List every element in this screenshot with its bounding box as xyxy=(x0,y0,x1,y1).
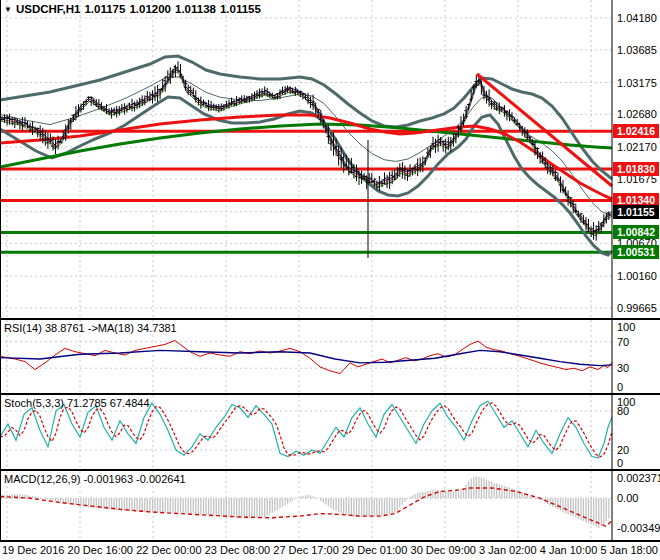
stochastic-label: Stoch(5,3,3) 71.2785 67.4844 xyxy=(4,397,150,409)
time-axis-label: 23 Dec 08:00 xyxy=(205,544,270,556)
rsi-label: RSI(14) 38.8761 ->MA(18) 34.7381 xyxy=(4,322,177,334)
time-axis-label: 5 Jan 18:00 xyxy=(600,544,658,556)
chart-title: ▼USDCHF,H11.011751.012001.011381.01155 xyxy=(4,3,265,15)
time-axis-label: 20 Dec 16:00 xyxy=(68,544,133,556)
bollinger-upper-band xyxy=(0,56,612,179)
ohlc-close: 1.01155 xyxy=(220,3,261,15)
chart-left-border xyxy=(0,0,1,540)
time-axis-label: 4 Jan 10:00 xyxy=(540,544,598,556)
main-chart-panel[interactable] xyxy=(0,0,660,318)
time-axis-label: 3 Jan 02:00 xyxy=(479,544,537,556)
panel-separator[interactable] xyxy=(0,540,660,542)
time-axis-label: 27 Dec 17:00 xyxy=(273,544,338,556)
time-axis-label: 29 Dec 01:00 xyxy=(342,544,407,556)
ohlc-low: 1.01138 xyxy=(175,3,216,15)
collapse-arrow-icon[interactable]: ▼ xyxy=(4,5,12,14)
ohlc-open: 1.01175 xyxy=(84,3,125,15)
main-chart-canvas[interactable] xyxy=(0,0,660,318)
macd-label: MACD(12,26,9) -0.001963 -0.002641 xyxy=(4,473,186,485)
time-axis-label: 30 Dec 09:00 xyxy=(411,544,476,556)
chart-window: 1.041801.036851.031751.026801.021701.016… xyxy=(0,0,660,560)
candlesticks[interactable] xyxy=(0,61,611,241)
stochastic-k-line xyxy=(0,401,612,458)
chart-title-symbol: USDCHF,H1 xyxy=(16,3,81,15)
time-axis-label: 22 Dec 00:00 xyxy=(136,544,201,556)
time-axis[interactable]: 19 Dec 201620 Dec 16:0022 Dec 00:0023 De… xyxy=(2,544,658,556)
rsi-ma-line xyxy=(0,350,612,365)
ohlc-high: 1.01200 xyxy=(129,3,171,15)
time-axis-label: 19 Dec 2016 xyxy=(2,544,64,556)
